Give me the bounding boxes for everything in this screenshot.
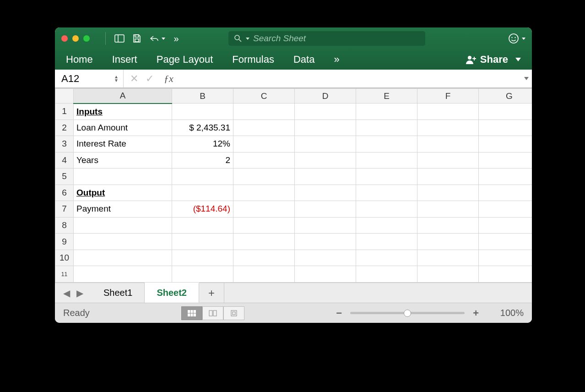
name-box[interactable]: A12 ▲▼ <box>55 70 124 87</box>
status-bar: Ready − + 100% <box>55 303 532 323</box>
cell-A6[interactable]: Output <box>74 185 172 201</box>
svg-point-4 <box>235 35 239 40</box>
column-header-row: A B C D E F G <box>55 89 532 103</box>
sidebar-toggle-icon[interactable] <box>113 32 126 45</box>
cell-A7[interactable]: Payment <box>74 201 172 218</box>
search-input[interactable] <box>253 33 420 44</box>
formula-input[interactable] <box>180 70 521 87</box>
worksheet-grid[interactable]: A B C D E F G 1 Inputs 2 Loan Amount $ 2… <box>55 88 532 283</box>
formula-accept-icon[interactable]: ✓ <box>146 73 154 85</box>
row-header-2[interactable]: 2 <box>55 120 74 136</box>
col-header-G[interactable]: G <box>479 89 532 103</box>
row-header-9[interactable]: 9 <box>55 234 74 250</box>
view-page-break-icon[interactable] <box>223 306 244 320</box>
svg-rect-3 <box>135 39 139 42</box>
formula-bar: A12 ▲▼ ✕ ✓ ƒx <box>55 70 532 88</box>
share-label: Share <box>480 54 508 65</box>
zoom-window-button[interactable] <box>83 35 90 42</box>
save-icon[interactable] <box>130 32 143 45</box>
undo-icon[interactable] <box>148 32 161 45</box>
svg-rect-15 <box>213 310 217 316</box>
feedback-smiley-icon[interactable] <box>508 33 519 44</box>
row-header-5[interactable]: 5 <box>55 169 74 185</box>
zoom-slider-thumb[interactable] <box>404 310 411 317</box>
separator <box>105 32 106 45</box>
expand-formula-bar-icon[interactable] <box>521 70 532 87</box>
row-header-8[interactable]: 8 <box>55 217 74 234</box>
minimize-window-button[interactable] <box>72 35 79 42</box>
col-header-E[interactable]: E <box>356 89 417 103</box>
tab-data[interactable]: Data <box>293 54 314 65</box>
row-header-6[interactable]: 6 <box>55 185 74 201</box>
search-box[interactable] <box>228 31 425 46</box>
window-controls <box>61 35 90 42</box>
row-header-4[interactable]: 4 <box>55 152 74 169</box>
undo-dropdown-icon[interactable] <box>162 38 165 40</box>
cell-A4[interactable]: Years <box>74 152 172 169</box>
col-header-C[interactable]: C <box>233 89 295 103</box>
more-tabs-icon[interactable]: » <box>334 54 339 65</box>
zoom-level[interactable]: 100% <box>492 308 524 318</box>
select-all-corner[interactable] <box>55 89 74 103</box>
status-text: Ready <box>63 308 90 318</box>
ribbon-tabs: Home Insert Page Layout Formulas Data » … <box>55 49 532 70</box>
zoom-in-button[interactable]: + <box>473 307 479 319</box>
formula-cancel-icon[interactable]: ✕ <box>130 73 138 85</box>
tab-insert[interactable]: Insert <box>112 54 137 65</box>
cell-B4[interactable]: 2 <box>172 152 233 169</box>
name-box-stepper[interactable]: ▲▼ <box>114 75 119 82</box>
row-header-10[interactable]: 10 <box>55 250 74 266</box>
title-bar: » <box>55 27 532 49</box>
undo-group <box>148 32 165 45</box>
app-window: » Home Insert Page Layout Formulas Data … <box>55 27 532 323</box>
col-header-F[interactable]: F <box>417 89 479 103</box>
cell-B3[interactable]: 12% <box>172 136 233 152</box>
svg-point-6 <box>509 34 518 43</box>
zoom-slider[interactable] <box>350 312 465 314</box>
share-button[interactable]: Share <box>466 54 508 65</box>
sheet-tab-sheet2[interactable]: Sheet2 <box>145 283 199 303</box>
col-header-A[interactable]: A <box>74 89 172 103</box>
tab-page-layout[interactable]: Page Layout <box>157 54 213 65</box>
fx-label[interactable]: ƒx <box>164 73 173 85</box>
svg-point-7 <box>511 37 512 38</box>
share-person-icon <box>466 55 477 64</box>
zoom-out-button[interactable]: − <box>336 307 342 319</box>
svg-rect-16 <box>231 310 237 316</box>
collapse-ribbon-icon[interactable] <box>515 58 521 61</box>
add-sheet-button[interactable]: + <box>199 283 224 303</box>
svg-rect-2 <box>135 35 139 37</box>
view-normal-icon[interactable] <box>181 306 202 320</box>
cell-A1[interactable]: Inputs <box>74 103 172 120</box>
close-window-button[interactable] <box>61 35 68 42</box>
row-header-1[interactable]: 1 <box>55 103 74 120</box>
prev-sheet-icon[interactable]: ◀ <box>63 288 70 299</box>
cell-A3[interactable]: Interest Rate <box>74 136 172 152</box>
svg-point-8 <box>515 37 515 38</box>
col-header-D[interactable]: D <box>295 89 356 103</box>
sheet-tab-strip: ◀ ▶ Sheet1 Sheet2 + <box>55 283 532 303</box>
sheet-tab-sheet1[interactable]: Sheet1 <box>92 283 145 303</box>
cell-B2[interactable]: $ 2,435.31 <box>172 120 233 136</box>
col-header-B[interactable]: B <box>172 89 233 103</box>
cell-B7[interactable]: ($114.64) <box>172 201 233 218</box>
svg-rect-17 <box>233 312 235 315</box>
search-scope-dropdown-icon[interactable] <box>246 38 249 40</box>
feedback-dropdown-icon[interactable] <box>522 38 525 40</box>
row-header-3[interactable]: 3 <box>55 136 74 152</box>
view-page-layout-icon[interactable] <box>202 306 223 320</box>
cell-reference: A12 <box>61 73 79 85</box>
more-commands-icon[interactable]: » <box>170 32 183 45</box>
cell-B1[interactable] <box>172 103 233 120</box>
cell-A2[interactable]: Loan Amount <box>74 120 172 136</box>
svg-rect-0 <box>115 35 124 42</box>
tab-home[interactable]: Home <box>66 54 93 65</box>
tab-formulas[interactable]: Formulas <box>232 54 274 65</box>
row-header-11[interactable]: 11 <box>55 266 74 283</box>
svg-point-9 <box>468 56 471 60</box>
next-sheet-icon[interactable]: ▶ <box>76 288 83 299</box>
formula-buttons: ✕ ✓ ƒx <box>124 70 180 87</box>
row-header-7[interactable]: 7 <box>55 201 74 218</box>
search-icon <box>234 34 242 43</box>
svg-rect-14 <box>209 310 212 316</box>
